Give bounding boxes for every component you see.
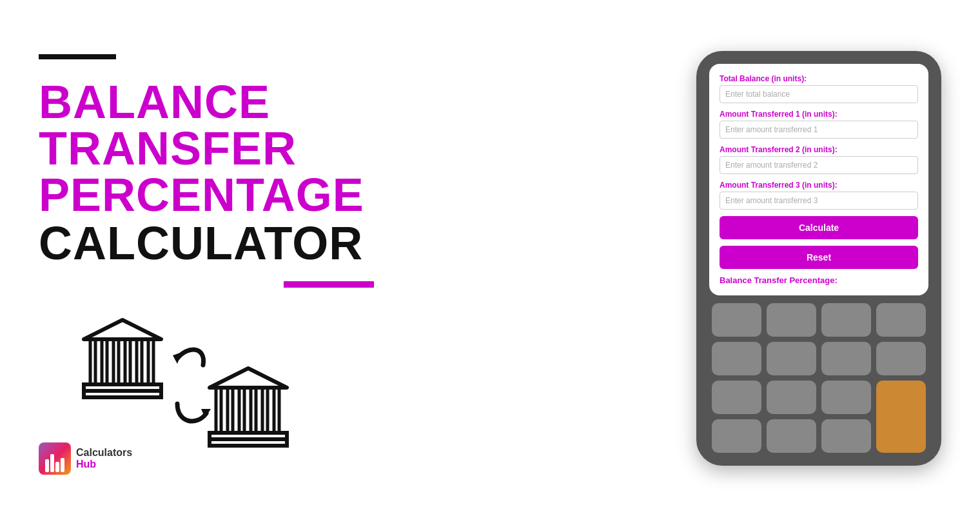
logo-sub: Hub xyxy=(76,459,132,470)
key-5[interactable] xyxy=(712,342,761,375)
amount-transferred-2-label: Amount Transferred 2 (in units): xyxy=(720,145,918,154)
svg-rect-1 xyxy=(90,339,95,384)
logo-bar-4 xyxy=(61,458,64,472)
svg-rect-3 xyxy=(113,339,119,384)
calculator-section: Total Balance (in units): Amount Transfe… xyxy=(696,51,941,466)
total-balance-input[interactable] xyxy=(720,85,918,103)
amount-transferred-2-input[interactable] xyxy=(720,156,918,174)
svg-rect-5 xyxy=(137,339,142,384)
key-11[interactable] xyxy=(821,381,871,414)
bank-transfer-illustration xyxy=(77,313,297,455)
svg-rect-17 xyxy=(274,388,279,433)
calculator-screen: Total Balance (in units): Amount Transfe… xyxy=(709,64,928,295)
illustration xyxy=(39,307,490,462)
key-3[interactable] xyxy=(821,303,871,337)
key-13[interactable] xyxy=(767,419,816,453)
key-orange[interactable] xyxy=(876,381,926,453)
key-9[interactable] xyxy=(712,381,761,414)
logo-area: Calculators Hub xyxy=(39,442,490,475)
logo-text: Calculators Hub xyxy=(76,447,132,470)
title-line1: BALANCE TRANSFER xyxy=(39,79,490,172)
logo-bar-1 xyxy=(45,459,49,472)
key-12[interactable] xyxy=(712,419,761,453)
svg-rect-12 xyxy=(216,388,221,433)
purple-bar-decoration xyxy=(284,281,374,288)
amount-transferred-3-input[interactable] xyxy=(720,192,918,210)
amount-transferred-2-field: Amount Transferred 2 (in units): xyxy=(720,145,918,174)
key-6[interactable] xyxy=(767,342,816,375)
logo-name: Calculators xyxy=(76,447,132,459)
amount-transferred-1-label: Amount Transferred 1 (in units): xyxy=(720,110,918,119)
key-8[interactable] xyxy=(876,342,926,375)
amount-transferred-3-field: Amount Transferred 3 (in units): xyxy=(720,181,918,210)
total-balance-field: Total Balance (in units): xyxy=(720,74,918,103)
logo-bar-2 xyxy=(50,454,54,472)
logo-bar-3 xyxy=(55,462,59,472)
reset-button[interactable]: Reset xyxy=(720,246,918,269)
calculator: Total Balance (in units): Amount Transfe… xyxy=(696,51,941,466)
svg-rect-14 xyxy=(239,388,244,433)
svg-marker-0 xyxy=(84,320,161,339)
title-line3: CALCULATOR xyxy=(39,218,490,269)
key-1[interactable] xyxy=(712,303,761,337)
logo-icon xyxy=(39,442,71,475)
svg-rect-16 xyxy=(262,388,268,433)
svg-marker-11 xyxy=(210,368,287,388)
amount-transferred-1-field: Amount Transferred 1 (in units): xyxy=(720,110,918,139)
result-label: Balance Transfer Percentage: xyxy=(720,275,918,285)
total-balance-label: Total Balance (in units): xyxy=(720,74,918,83)
amount-transferred-1-input[interactable] xyxy=(720,121,918,139)
key-2[interactable] xyxy=(767,303,816,337)
calculate-button[interactable]: Calculate xyxy=(720,216,918,239)
keypad xyxy=(709,303,928,453)
svg-rect-4 xyxy=(125,339,130,384)
left-section: BALANCE TRANSFER PERCENTAGE CALCULATOR xyxy=(39,41,490,474)
svg-rect-15 xyxy=(251,388,256,433)
key-10[interactable] xyxy=(767,381,816,414)
top-bar-decoration xyxy=(39,54,116,59)
title-line2: PERCENTAGE xyxy=(39,172,490,218)
key-4[interactable] xyxy=(876,303,926,337)
svg-rect-2 xyxy=(102,339,107,384)
svg-rect-13 xyxy=(228,388,233,433)
svg-rect-8 xyxy=(84,391,161,397)
key-7[interactable] xyxy=(821,342,871,375)
svg-rect-6 xyxy=(148,339,153,384)
key-14[interactable] xyxy=(821,419,871,453)
amount-transferred-3-label: Amount Transferred 3 (in units): xyxy=(720,181,918,190)
